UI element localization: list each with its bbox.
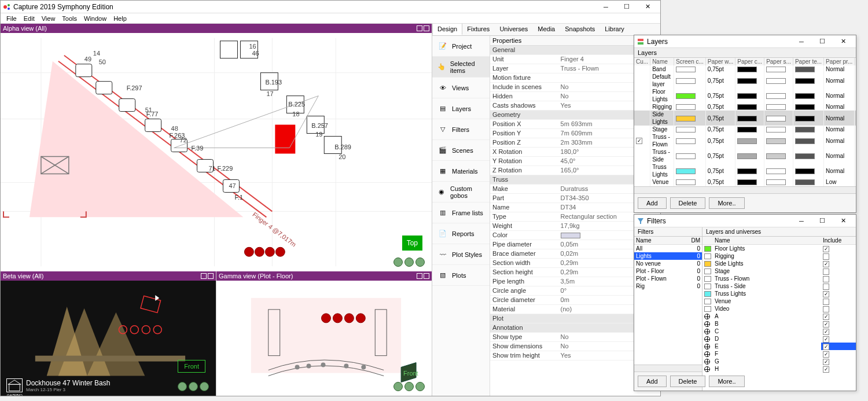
design-nav-layers[interactable]: ▤Layers [432,98,490,119]
filter-row[interactable]: Rig0 [634,282,702,290]
filters-col-name[interactable]: Name [634,237,684,245]
filter-target-col-name[interactable]: Name [713,237,821,245]
paper-priority[interactable]: Normal [824,126,855,133]
screen-color-swatch[interactable] [676,93,696,99]
filter-target-row[interactable]: H [703,365,856,373]
include-checkbox[interactable] [823,291,829,297]
paper-text-swatch[interactable] [795,168,815,174]
layers-add-button[interactable]: Add [638,197,667,209]
filters-add-button[interactable]: Add [638,376,667,387]
paper-color-swatch[interactable] [737,179,757,185]
filter-target-row[interactable]: Truss - Flown [703,275,856,282]
paper-style-swatch[interactable] [766,168,786,174]
design-nav-views[interactable]: 👁Views [432,78,490,98]
layers-col-header[interactable]: Paper pr... [824,58,855,65]
filter-target-row[interactable]: Truss - Side [703,282,856,290]
beta-view-mode-2[interactable] [208,273,214,279]
design-nav-plot-styles[interactable]: 〰Plot Styles [432,244,490,265]
paper-style-swatch[interactable] [766,127,786,133]
paper-text-swatch[interactable] [795,93,815,99]
gamma-viewport[interactable]: Front [216,281,432,396]
filter-target-row[interactable]: D [703,335,856,343]
paper-color-swatch[interactable] [737,116,757,122]
include-checkbox[interactable] [823,359,829,365]
paper-text-swatch[interactable] [795,127,815,133]
filter-target-col-include[interactable]: Include [821,237,856,245]
layer-row[interactable]: Floor Lights0,75ptNormal [634,88,856,103]
paper-style-swatch[interactable] [766,138,786,144]
paper-weight[interactable]: 0,75pt [705,88,735,103]
filter-row[interactable]: Plot - Floor0 [634,267,702,275]
paper-priority[interactable]: Normal [824,88,855,103]
design-nav-custom-gobos[interactable]: ◉Custom gobos [432,182,490,203]
filter-target-row[interactable]: Venue [703,297,856,305]
gamma-tool-1[interactable] [393,382,403,391]
paper-weight[interactable]: 0,75pt [705,65,735,73]
layer-row[interactable]: Venue0,75ptLow [634,178,856,186]
layers-col-header[interactable]: Cu... [634,58,650,65]
tab-snapshots[interactable]: Snapshots [560,24,600,35]
include-checkbox[interactable] [823,321,829,328]
filter-target-row[interactable]: F [703,350,856,358]
paper-weight[interactable]: 0,75pt [705,103,735,111]
filters-list[interactable]: NameDMAll0Lights0No venue0Plot - Floor0P… [634,237,702,365]
layers-delete-button[interactable]: Delete [670,197,706,209]
filter-target-row[interactable]: Floor Lights [703,245,856,253]
include-checkbox[interactable] [823,336,829,343]
filter-target-row[interactable]: Rigging [703,252,856,260]
screen-color-swatch[interactable] [676,116,696,122]
include-checkbox[interactable] [823,261,829,267]
filter-target-row[interactable]: Truss Lights [703,290,856,297]
gamma-tool-2[interactable] [404,382,414,391]
menu-file[interactable]: File [3,15,20,22]
paper-weight[interactable]: 0,75pt [705,178,735,186]
paper-priority[interactable]: Normal [824,111,855,126]
screen-color-swatch[interactable] [676,168,696,174]
screen-color-swatch[interactable] [676,67,696,72]
layers-maximize-button[interactable]: ☐ [812,35,833,48]
paper-weight[interactable]: 0,75pt [705,126,735,133]
paper-text-swatch[interactable] [795,67,815,72]
layers-col-header[interactable]: Paper te... [793,58,823,65]
paper-color-swatch[interactable] [737,153,757,159]
current-layer-check[interactable] [636,138,642,144]
screen-color-swatch[interactable] [676,153,696,159]
filter-target-row[interactable]: A [703,312,856,320]
paper-priority[interactable]: Normal [824,73,855,88]
paper-style-swatch[interactable] [766,116,786,122]
design-nav-scenes[interactable]: 🎬Scenes [432,140,490,161]
layer-row[interactable]: Truss - Side0,75ptNormal [634,148,856,163]
alpha-tool-1[interactable] [393,257,403,267]
beta-tool-1[interactable] [178,382,187,391]
paper-weight[interactable]: 0,75pt [705,163,735,178]
paper-style-swatch[interactable] [766,78,786,84]
include-checkbox[interactable] [823,253,829,260]
paper-priority[interactable]: Normal [824,163,855,178]
include-checkbox[interactable] [823,306,829,312]
menu-help[interactable]: Help [110,15,130,22]
paper-color-swatch[interactable] [737,168,757,174]
layer-row[interactable]: Side Lights0,75ptNormal [634,111,856,126]
paper-weight[interactable]: 0,75pt [705,133,735,148]
layers-col-header[interactable]: Paper s... [764,58,793,65]
layers-col-header[interactable]: Screen c... [674,58,706,65]
paper-text-swatch[interactable] [795,78,815,84]
design-nav-filters[interactable]: ▽Filters [432,119,490,140]
tab-library[interactable]: Library [600,24,630,35]
layers-table[interactable]: Cu...NameScreen c...Paper w...Paper c...… [634,58,856,186]
layer-row[interactable]: Stage0,75ptNormal [634,126,856,133]
layers-col-header[interactable]: Name [650,58,674,65]
tab-media[interactable]: Media [533,24,560,35]
paper-priority[interactable]: Normal [824,133,855,148]
filter-target-row[interactable]: G [703,358,856,365]
filter-target-row[interactable]: B [703,320,856,328]
paper-style-swatch[interactable] [766,104,786,110]
alpha-view-mode-button-2[interactable] [424,25,429,31]
paper-text-swatch[interactable] [795,116,815,122]
layers-col-header[interactable]: Paper c... [735,58,764,65]
menu-window[interactable]: Window [80,15,110,22]
alpha-viewport[interactable]: F.297 F.77 F.263 F.39 F.229 F.1 B.193 B.… [1,33,432,271]
paper-style-swatch[interactable] [766,179,786,185]
filter-row[interactable]: Lights0 [634,252,702,260]
filter-target-row[interactable]: Video [703,305,856,312]
